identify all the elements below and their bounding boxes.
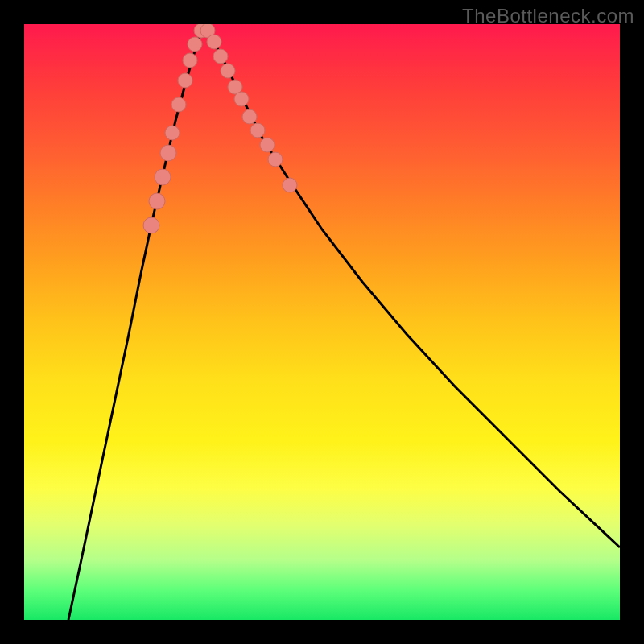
curve-marker bbox=[221, 64, 235, 78]
curve-marker bbox=[155, 169, 171, 185]
curve-marker bbox=[234, 92, 249, 106]
curve-marker bbox=[178, 73, 192, 88]
curve-marker bbox=[207, 35, 221, 49]
curve-left-branch bbox=[68, 24, 204, 620]
curve-marker bbox=[183, 53, 197, 68]
curve-right-branch bbox=[204, 24, 620, 547]
curve-markers bbox=[143, 24, 297, 233]
curve-marker bbox=[213, 49, 228, 64]
curve-marker bbox=[250, 123, 265, 138]
curve-marker bbox=[160, 145, 176, 161]
curve-marker bbox=[165, 126, 180, 140]
curve-marker bbox=[143, 217, 159, 233]
curve-marker bbox=[242, 109, 257, 124]
curve-marker bbox=[283, 178, 297, 192]
watermark-text: TheBottleneck.com bbox=[462, 5, 634, 27]
curve-marker bbox=[188, 37, 202, 52]
curve-marker bbox=[171, 97, 186, 112]
curve-marker bbox=[268, 152, 283, 167]
curve-marker bbox=[149, 193, 165, 209]
curve-overlay bbox=[24, 24, 620, 620]
chart-stage: TheBottleneck.com bbox=[0, 0, 644, 644]
curve-marker bbox=[260, 138, 275, 152]
